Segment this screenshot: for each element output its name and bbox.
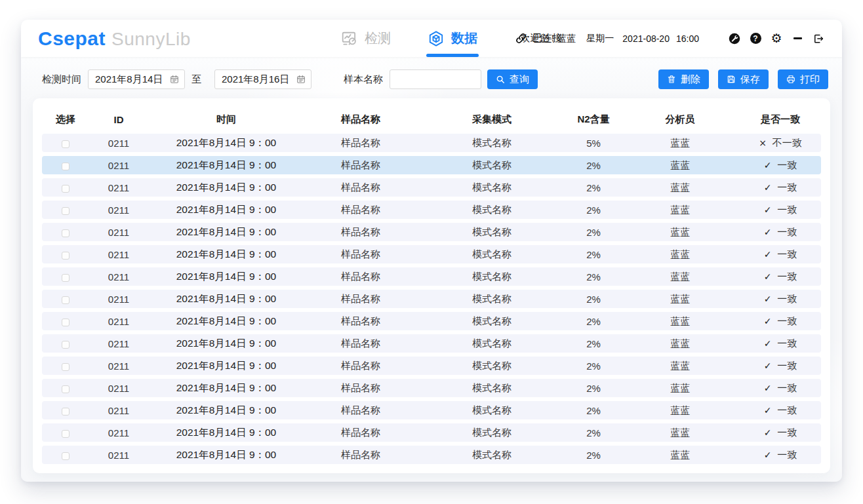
- row-mode: 模式名称: [417, 248, 567, 261]
- tools-icon[interactable]: [728, 32, 741, 45]
- row-consistency: ✓ 一致: [740, 293, 821, 305]
- help-icon[interactable]: ?: [749, 32, 762, 45]
- row-mode: 模式名称: [417, 427, 567, 439]
- minimize-icon[interactable]: [791, 32, 804, 45]
- hexagon-cube-icon: [428, 30, 445, 47]
- consistency-label: 一致: [777, 382, 797, 395]
- row-checkbox[interactable]: [62, 207, 70, 215]
- row-sample-name: 样品名称: [304, 315, 417, 328]
- table-row[interactable]: 0211 2021年8月14日 9：00 样品名称 模式名称 2% 蓝蓝 ✓ 一…: [42, 201, 821, 219]
- row-checkbox[interactable]: [62, 274, 70, 282]
- row-select-cell: [42, 138, 89, 149]
- logout-icon[interactable]: [812, 32, 825, 45]
- to-label: 至: [191, 73, 201, 86]
- row-n2-content: 2%: [567, 182, 620, 193]
- row-id: 0211: [89, 204, 148, 216]
- consistency-mark-icon: ✓: [764, 405, 772, 416]
- table-row[interactable]: 0211 2021年8月14日 9：00 样品名称 模式名称 5% 蓝蓝 × 不…: [42, 134, 821, 152]
- row-analyst: 蓝蓝: [620, 204, 740, 216]
- row-mode: 模式名称: [417, 338, 567, 350]
- table-row[interactable]: 0211 2021年8月14日 9：00 样品名称 模式名称 2% 蓝蓝 ✓ 一…: [42, 312, 821, 330]
- table-row[interactable]: 0211 2021年8月14日 9：00 样品名称 模式名称 2% 蓝蓝 ✓ 一…: [42, 178, 821, 197]
- row-checkbox[interactable]: [62, 252, 70, 260]
- row-checkbox[interactable]: [62, 363, 70, 371]
- filter-bar: 检测时间 2021年8月14日 至 2021年8月16日: [21, 57, 842, 89]
- delete-button[interactable]: 删除: [658, 69, 709, 89]
- row-select-cell: [42, 316, 89, 327]
- row-id: 0211: [89, 271, 148, 282]
- row-select-cell: [42, 383, 89, 394]
- table-row[interactable]: 0211 2021年8月14日 9：00 样品名称 模式名称 2% 蓝蓝 ✓ 一…: [42, 379, 821, 397]
- consistency-mark-icon: ✓: [764, 316, 772, 326]
- row-checkbox[interactable]: [62, 229, 70, 237]
- tab-data[interactable]: 数据: [428, 20, 477, 57]
- row-sample-name: 样品名称: [304, 248, 417, 261]
- row-mode: 模式名称: [417, 404, 567, 417]
- row-checkbox[interactable]: [62, 319, 70, 326]
- row-mode: 模式名称: [417, 293, 567, 305]
- row-analyst: 蓝蓝: [620, 449, 740, 461]
- col-mode: 采集模式: [417, 113, 567, 126]
- print-button[interactable]: 打印: [778, 69, 828, 89]
- row-checkbox[interactable]: [62, 385, 70, 393]
- row-consistency: ✓ 一致: [740, 404, 821, 417]
- save-button-label: 保存: [740, 73, 760, 86]
- row-checkbox[interactable]: [62, 452, 70, 460]
- row-mode: 模式名称: [417, 271, 567, 283]
- row-analyst: 蓝蓝: [620, 427, 740, 439]
- table-row[interactable]: 0211 2021年8月14日 9：00 样品名称 模式名称 2% 蓝蓝 ✓ 一…: [42, 290, 821, 308]
- row-checkbox[interactable]: [62, 140, 70, 148]
- tab-detection[interactable]: 检测: [341, 20, 391, 57]
- row-checkbox[interactable]: [62, 296, 70, 304]
- table-row[interactable]: 0211 2021年8月14日 9：00 样品名称 模式名称 2% 蓝蓝 ✓ 一…: [42, 357, 821, 375]
- row-id: 0211: [89, 427, 148, 438]
- row-analyst: 蓝蓝: [620, 159, 740, 172]
- row-analyst: 蓝蓝: [620, 182, 740, 194]
- help-glyph: ?: [750, 33, 761, 44]
- table-row[interactable]: 0211 2021年8月14日 9：00 样品名称 模式名称 2% 蓝蓝 ✓ 一…: [42, 334, 821, 353]
- col-n2: N2含量: [567, 113, 620, 126]
- sample-name-input[interactable]: [390, 69, 481, 89]
- row-id: 0211: [89, 316, 148, 327]
- minus-bar: [793, 37, 802, 39]
- consistency-mark-icon: ✓: [764, 450, 772, 460]
- table-row[interactable]: 0211 2021年8月14日 9：00 样品名称 模式名称 2% 蓝蓝 ✓ 一…: [42, 401, 821, 419]
- table-row[interactable]: 0211 2021年8月14日 9：00 样品名称 模式名称 2% 蓝蓝 ✓ 一…: [42, 446, 821, 464]
- row-id: 0211: [89, 405, 148, 416]
- row-checkbox[interactable]: [62, 408, 70, 416]
- row-mode: 模式名称: [417, 315, 567, 328]
- row-select-cell: [42, 405, 89, 416]
- monitor-chart-icon: [341, 30, 358, 47]
- table-row[interactable]: 0211 2021年8月14日 9：00 样品名称 模式名称 2% 蓝蓝 ✓ 一…: [42, 245, 821, 263]
- row-consistency: ✓ 一致: [740, 204, 821, 216]
- row-time: 2021年8月14日 9：00: [148, 426, 304, 440]
- table-row[interactable]: 0211 2021年8月14日 9：00 样品名称 模式名称 2% 蓝蓝 ✓ 一…: [42, 223, 821, 241]
- table-row[interactable]: 0211 2021年8月14日 9：00 样品名称 模式名称 2% 蓝蓝 ✓ 一…: [42, 156, 821, 174]
- row-sample-name: 样品名称: [304, 182, 417, 194]
- consistency-mark-icon: ✓: [764, 227, 772, 237]
- row-checkbox[interactable]: [62, 163, 70, 170]
- save-button[interactable]: 保存: [718, 69, 769, 89]
- row-checkbox[interactable]: [62, 341, 70, 349]
- row-time: 2021年8月14日 9：00: [148, 225, 304, 239]
- row-n2-content: 2%: [567, 383, 620, 394]
- date-to-input[interactable]: 2021年8月16日: [214, 69, 311, 89]
- row-n2-content: 2%: [567, 249, 620, 260]
- row-mode: 模式名称: [417, 360, 567, 372]
- row-time: 2021年8月14日 9：00: [148, 136, 304, 150]
- query-button[interactable]: 查询: [487, 69, 538, 89]
- row-consistency: ✓ 一致: [740, 338, 821, 350]
- date-from-input[interactable]: 2021年8月14日: [88, 69, 185, 89]
- row-time: 2021年8月14日 9：00: [148, 359, 304, 373]
- row-select-cell: [42, 294, 89, 305]
- row-select-cell: [42, 450, 89, 461]
- date-to-value: 2021年8月16日: [222, 73, 289, 86]
- settings-gear-icon[interactable]: ⚙: [770, 32, 783, 45]
- table-row[interactable]: 0211 2021年8月14日 9：00 样品名称 模式名称 2% 蓝蓝 ✓ 一…: [42, 423, 821, 442]
- table-row[interactable]: 0211 2021年8月14日 9：00 样品名称 模式名称 2% 蓝蓝 ✓ 一…: [42, 267, 821, 286]
- row-sample-name: 样品名称: [304, 427, 417, 439]
- consistency-mark-icon: ✓: [764, 294, 772, 304]
- row-checkbox[interactable]: [62, 185, 70, 193]
- row-consistency: ✓ 一致: [740, 315, 821, 328]
- row-checkbox[interactable]: [62, 430, 70, 438]
